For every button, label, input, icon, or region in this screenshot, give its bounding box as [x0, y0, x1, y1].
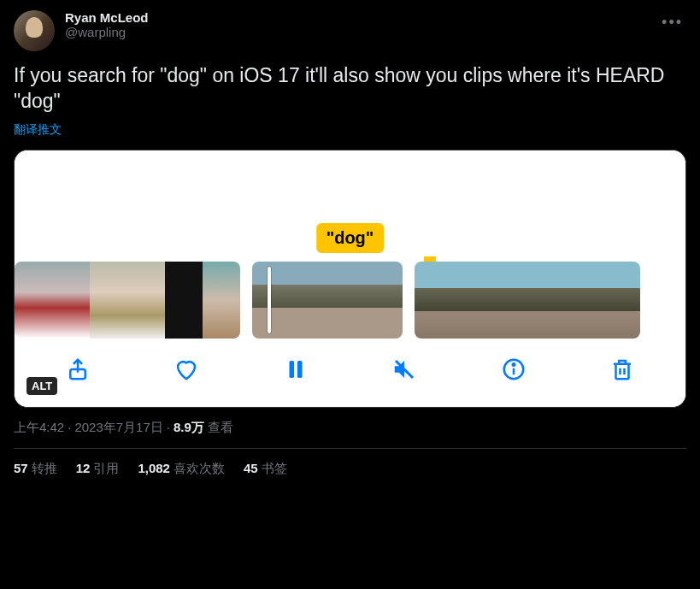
svg-rect-2 — [297, 361, 303, 378]
video-thumbnail — [127, 262, 165, 339]
video-thumbnail — [252, 262, 290, 339]
video-thumbnail — [327, 262, 365, 339]
retweets-stat[interactable]: 57转推 — [14, 461, 57, 477]
video-thumbnail — [165, 262, 203, 339]
video-thumbnail — [452, 262, 490, 339]
info-icon[interactable] — [498, 354, 529, 385]
more-icon[interactable]: ••• — [658, 10, 686, 35]
likes-stat[interactable]: 1,082喜欢次数 — [138, 461, 225, 477]
tweet-header: Ryan McLeod @warpling ••• — [14, 10, 686, 51]
video-thumbnail — [603, 262, 640, 339]
tweet-container: Ryan McLeod @warpling ••• If you search … — [0, 0, 700, 499]
tweet-text: If you search for "dog" on iOS 17 it'll … — [14, 63, 686, 115]
video-thumbnail — [203, 262, 240, 339]
tweet-meta: 上午4:42·2023年7月17日·8.9万 查看 — [14, 420, 686, 448]
heart-icon[interactable] — [171, 354, 202, 385]
svg-rect-1 — [289, 361, 294, 378]
alt-badge[interactable]: ALT — [26, 377, 57, 395]
video-thumbnail — [527, 262, 565, 339]
video-thumbnail — [490, 262, 527, 339]
timeline-marker — [424, 256, 436, 262]
media-card[interactable]: "dog" — [14, 150, 686, 408]
bookmarks-stat[interactable]: 45书签 — [244, 461, 287, 477]
avatar[interactable] — [14, 10, 55, 51]
clip-group[interactable] — [415, 262, 640, 339]
display-name: Ryan McLeod — [65, 10, 648, 25]
tweet-time[interactable]: 上午4:42 — [14, 420, 64, 434]
clip-group[interactable] — [15, 262, 240, 339]
video-thumbnail — [52, 262, 90, 339]
mute-icon[interactable] — [389, 354, 420, 385]
video-thumbnail — [415, 262, 452, 339]
video-thumbnail — [290, 262, 327, 339]
filmstrip — [15, 262, 685, 339]
media-preview-top: "dog" — [15, 150, 685, 262]
tweet-date[interactable]: 2023年7月17日 — [74, 420, 162, 434]
user-handle: @warpling — [65, 25, 648, 39]
video-thumbnail — [90, 262, 127, 339]
trash-icon[interactable] — [607, 354, 638, 385]
user-info[interactable]: Ryan McLeod @warpling — [65, 10, 648, 39]
video-thumbnail — [15, 262, 52, 339]
video-thumbnail — [565, 262, 603, 339]
quotes-stat[interactable]: 12引用 — [76, 461, 120, 477]
svg-point-6 — [513, 363, 515, 366]
stats-row: 57转推 12引用 1,082喜欢次数 45书签 — [14, 449, 686, 489]
pause-icon[interactable] — [280, 354, 311, 385]
video-thumbnail — [365, 262, 403, 339]
media-toolbar — [15, 339, 685, 407]
views-label: 查看 — [208, 420, 233, 434]
translate-link[interactable]: 翻译推文 — [14, 122, 62, 138]
search-term-bubble: "dog" — [316, 223, 385, 253]
share-icon[interactable] — [62, 354, 93, 385]
views-count: 8.9万 — [174, 420, 204, 434]
clip-group[interactable] — [252, 262, 403, 339]
